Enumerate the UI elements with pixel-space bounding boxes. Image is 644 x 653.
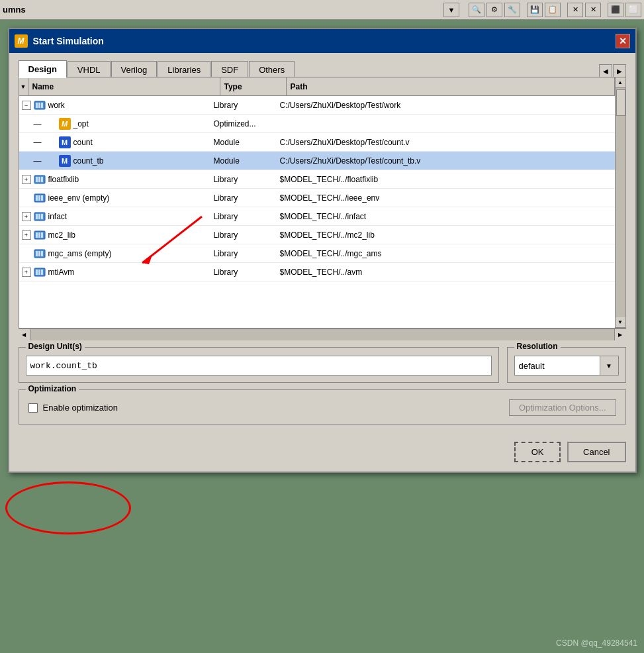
scroll-track xyxy=(616,88,625,317)
svg-rect-23 xyxy=(41,251,43,256)
cell-type: Module xyxy=(211,133,277,151)
tab-libraries[interactable]: Libraries xyxy=(158,61,210,78)
svg-rect-22 xyxy=(38,251,40,256)
scroll-right[interactable]: ▶ xyxy=(614,329,626,340)
enable-optimization-label: Enable optimization xyxy=(28,403,118,413)
watermark: CSDN @qq_49284541 xyxy=(556,638,637,648)
table-row[interactable]: — M count Module C:/Users/ZhuXi/Desktop/… xyxy=(19,133,625,152)
svg-rect-7 xyxy=(41,177,43,182)
ok-button[interactable]: OK xyxy=(514,442,561,462)
cell-name: — M count_tb xyxy=(19,152,211,170)
toolbar-icon-8[interactable]: ⬛ xyxy=(608,3,623,17)
toolbar-icon-4[interactable]: 💾 xyxy=(527,3,543,17)
dropdown-btn[interactable]: ▼ xyxy=(443,3,459,17)
toolbar-icon-6[interactable]: ✕ xyxy=(567,3,583,17)
expand-btn[interactable]: + xyxy=(22,212,31,221)
cell-type: Library xyxy=(211,263,277,281)
tab-design[interactable]: Design xyxy=(19,60,67,78)
scroll-h-track xyxy=(30,329,614,340)
optimization-options-button[interactable]: Optimization Options... xyxy=(509,399,616,416)
toolbar-icon-5[interactable]: 📋 xyxy=(545,3,561,17)
sort-icon[interactable]: ▼ xyxy=(19,77,28,95)
optimization-legend: Optimization xyxy=(26,384,79,393)
tab-verilog[interactable]: Verilog xyxy=(111,61,158,78)
cell-path: $MODEL_TECH/../ieee_env xyxy=(277,189,625,207)
table-row[interactable]: — M _opt Optimized... xyxy=(19,115,625,133)
cell-path: C:/Users/ZhuXi/Desktop/Test/count.v xyxy=(277,133,625,151)
svg-rect-19 xyxy=(41,232,43,238)
svg-rect-25 xyxy=(36,270,38,275)
tab-sdf[interactable]: SDF xyxy=(211,61,248,78)
cancel-button[interactable]: Cancel xyxy=(567,442,625,462)
toolbar: umns ▼ 🔍 ⚙ 🔧 💾 📋 ✕ ✕ ⬛ ⬜ xyxy=(0,0,644,20)
vertical-scrollbar[interactable]: ▲ ▼ xyxy=(615,77,625,328)
col-name: Name xyxy=(28,77,220,95)
close-button[interactable]: ✕ xyxy=(616,34,630,48)
cell-name: − work xyxy=(19,96,211,114)
col-path: Path xyxy=(287,77,615,95)
expand-btn[interactable]: + xyxy=(22,175,31,184)
table-row[interactable]: − work Library C:/Users/ZhuXi/Deskto xyxy=(19,96,625,115)
svg-rect-15 xyxy=(41,214,43,219)
cell-path: $MODEL_TECH/../infact xyxy=(277,207,625,225)
svg-rect-2 xyxy=(38,103,40,108)
toolbar-text: umns xyxy=(3,5,26,15)
dialog-container: M Start Simulation ✕ Design VHDL Verilog… xyxy=(0,21,644,653)
table-row[interactable]: mgc_ams (empty) Library $MODEL_TECH/../m… xyxy=(19,244,625,263)
table-row[interactable]: — M count_tb Module C:/Users/ZhuXi/Deskt… xyxy=(19,152,625,170)
design-unit-input[interactable] xyxy=(26,356,492,376)
scroll-thumb[interactable] xyxy=(616,89,625,116)
toolbar-icon-1[interactable]: 🔍 xyxy=(469,3,484,17)
tab-prev-btn[interactable]: ◀ xyxy=(599,64,612,77)
optimized-icon: M xyxy=(59,118,71,130)
cell-name: — M _opt xyxy=(19,115,211,132)
cell-name: + mc2_lib xyxy=(19,226,211,244)
app-icon: M xyxy=(15,34,28,48)
tab-others[interactable]: Others xyxy=(249,61,295,78)
library-icon xyxy=(34,211,46,223)
cell-type: Optimized... xyxy=(211,115,277,132)
svg-rect-18 xyxy=(38,232,40,238)
col-type: Type xyxy=(220,77,287,95)
resolution-fieldset: Resolution default ps ns us ms sec ▼ xyxy=(507,347,626,383)
resolution-select-row: default ps ns us ms sec ▼ xyxy=(514,356,619,376)
resolution-legend: Resolution xyxy=(514,342,561,351)
enable-optimization-checkbox[interactable] xyxy=(28,403,38,413)
scroll-down[interactable]: ▼ xyxy=(616,317,625,328)
design-unit-legend: Design Unit(s) xyxy=(26,342,85,351)
enable-optimization-text: Enable optimization xyxy=(43,403,118,413)
table-row[interactable]: + mtiAvm Library $MODEL_TECH/../avm xyxy=(19,263,625,281)
toolbar-icon-3[interactable]: 🔧 xyxy=(504,3,520,17)
horizontal-scrollbar[interactable]: ◀ ▶ xyxy=(19,328,626,340)
tab-vhdl[interactable]: VHDL xyxy=(68,61,111,78)
tab-next-btn[interactable]: ▶ xyxy=(613,64,626,77)
cell-path xyxy=(277,115,625,132)
svg-rect-26 xyxy=(38,270,40,275)
library-icon xyxy=(34,266,46,278)
scroll-up[interactable]: ▲ xyxy=(616,77,625,88)
cell-path: $MODEL_TECH/../mc2_lib xyxy=(277,226,625,244)
title-bar: M Start Simulation ✕ xyxy=(9,29,635,53)
svg-rect-13 xyxy=(36,214,38,219)
expand-btn[interactable]: − xyxy=(22,101,31,110)
scroll-left[interactable]: ◀ xyxy=(19,329,30,340)
table-row[interactable]: ieee_env (empty) Library $MODEL_TECH/../… xyxy=(19,189,625,207)
expand-btn[interactable]: + xyxy=(22,268,31,277)
dialog-body: Design VHDL Verilog Libraries SDF Others… xyxy=(9,53,635,434)
table-row[interactable]: + mc2_lib Library $MODEL_TECH/../mc2_lib xyxy=(19,226,625,244)
table-row[interactable]: + infact Library $MODEL_TECH/../infact xyxy=(19,207,625,226)
cell-name: mgc_ams (empty) xyxy=(19,244,211,262)
svg-rect-14 xyxy=(38,214,40,219)
title-bar-left: M Start Simulation xyxy=(15,34,104,48)
resolution-select[interactable]: default ps ns us ms sec xyxy=(514,356,600,376)
expand-btn[interactable]: + xyxy=(22,230,31,240)
table-row[interactable]: + floatfixlib Library $MODEL_TECH/../flo… xyxy=(19,170,625,189)
toolbar-icon-7[interactable]: ✕ xyxy=(585,3,601,17)
toolbar-icon-2[interactable]: ⚙ xyxy=(486,3,502,17)
toolbar-icon-9[interactable]: ⬜ xyxy=(625,3,641,17)
resolution-dropdown-btn[interactable]: ▼ xyxy=(600,356,619,376)
svg-rect-9 xyxy=(36,195,38,201)
library-icon xyxy=(34,99,46,111)
cell-type: Library xyxy=(211,170,277,188)
cell-path: $MODEL_TECH/../floatfixlib xyxy=(277,170,625,188)
